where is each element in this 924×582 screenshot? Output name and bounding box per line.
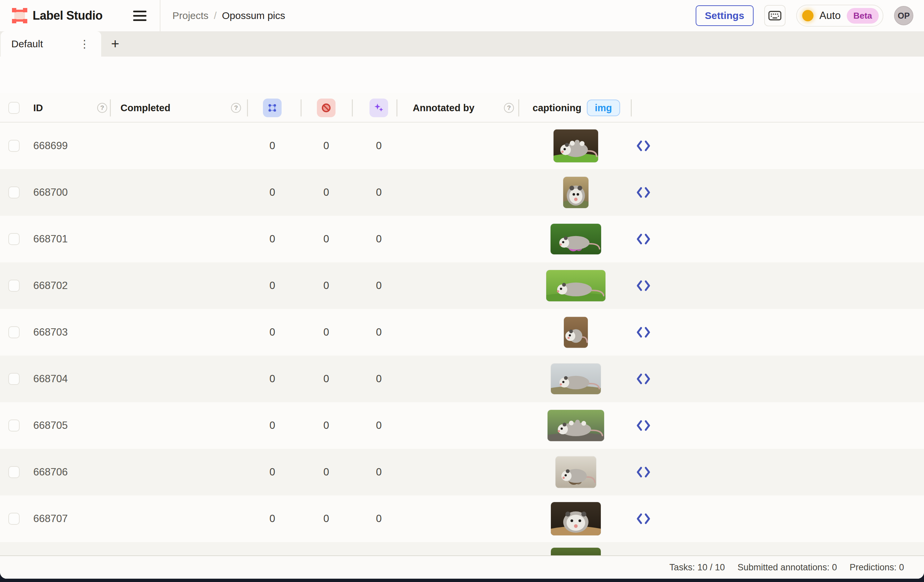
task-thumbnail[interactable]: [551, 502, 601, 536]
code-icon[interactable]: [636, 280, 651, 292]
predictions-count: 0: [369, 373, 389, 385]
column-header-annotated-by[interactable]: Annotated by: [413, 93, 474, 122]
add-tab-button[interactable]: +: [106, 31, 124, 56]
code-icon[interactable]: [636, 233, 651, 245]
breadcrumb-current-project: Opossum pics: [222, 10, 285, 21]
predictions-column-icon[interactable]: [370, 99, 388, 117]
task-thumbnail[interactable]: [546, 270, 606, 301]
annotations-count: 0: [262, 280, 282, 292]
keyboard-shortcuts-button[interactable]: [764, 5, 785, 26]
status-footer: Tasks: 10 / 10 Submitted annotations: 0 …: [0, 556, 924, 579]
header-right-group: Settings Auto Beta OP: [696, 0, 914, 31]
help-icon[interactable]: ?: [231, 103, 241, 113]
annotations-count: 0: [262, 140, 282, 152]
help-icon[interactable]: ?: [97, 103, 107, 113]
cancelled-count: 0: [316, 466, 336, 478]
column-divider: [518, 99, 519, 117]
code-icon[interactable]: [636, 373, 651, 385]
code-icon[interactable]: [636, 466, 651, 478]
tasks-count: Tasks: 10 / 10: [669, 562, 725, 573]
task-id: 668699: [33, 140, 68, 152]
row-checkbox[interactable]: [8, 513, 20, 525]
table-row[interactable]: 668703 0 0 0: [0, 309, 924, 355]
cancelled-count: 0: [316, 420, 336, 432]
breadcrumb-projects[interactable]: Projects: [172, 10, 208, 21]
column-header-completed[interactable]: Completed: [120, 93, 170, 122]
prohibition-icon: [321, 103, 331, 113]
cancelled-column-icon[interactable]: [317, 99, 335, 117]
task-thumbnail[interactable]: [551, 548, 601, 556]
row-checkbox[interactable]: [8, 326, 20, 338]
cancelled-count: 0: [316, 187, 336, 198]
task-thumbnail[interactable]: [556, 456, 596, 488]
annotations-count: 0: [262, 466, 282, 478]
menu-icon[interactable]: [133, 9, 147, 22]
table-row[interactable]: 668701 0 0 0: [0, 216, 924, 262]
row-checkbox[interactable]: [8, 373, 20, 385]
table-row-partial[interactable]: [0, 542, 924, 556]
settings-button[interactable]: Settings: [696, 5, 754, 26]
task-id: 668707: [33, 513, 68, 525]
table-row[interactable]: 668707 0 0 0: [0, 496, 924, 542]
cancelled-count: 0: [316, 233, 336, 245]
table-row[interactable]: 668702 0 0 0: [0, 262, 924, 309]
row-checkbox[interactable]: [8, 280, 20, 292]
annotations-count: 0: [262, 373, 282, 385]
column-divider: [631, 99, 632, 117]
column-header-id[interactable]: ID: [33, 93, 43, 122]
select-all-checkbox[interactable]: [8, 102, 20, 114]
auto-mode-toggle[interactable]: Auto Beta: [796, 5, 883, 26]
row-checkbox[interactable]: [8, 140, 20, 152]
annotations-column-icon[interactable]: [263, 99, 282, 117]
cancelled-count: 0: [316, 373, 336, 385]
annotations-count: 0: [262, 326, 282, 338]
task-thumbnail[interactable]: [551, 224, 601, 255]
code-icon[interactable]: [636, 326, 651, 338]
code-icon[interactable]: [636, 513, 651, 525]
row-checkbox[interactable]: [8, 233, 20, 245]
code-icon[interactable]: [636, 420, 651, 432]
tab-kebab-icon[interactable]: ⋮: [79, 39, 90, 49]
table-row[interactable]: 668706 0 0 0: [0, 449, 924, 496]
column-divider: [300, 99, 302, 117]
task-id: 668706: [33, 466, 68, 478]
beta-badge: Beta: [847, 8, 879, 24]
predictions-count: 0: [369, 187, 389, 198]
breadcrumb-separator: /: [214, 10, 216, 21]
table-row[interactable]: 668704 0 0 0: [0, 355, 924, 402]
code-icon[interactable]: [636, 140, 651, 152]
task-rows: 668699 0 0 0 668700 0 0 0: [0, 122, 924, 556]
annotations-count: 0: [262, 420, 282, 432]
task-thumbnail[interactable]: [551, 364, 601, 394]
table-row[interactable]: 668700 0 0 0: [0, 169, 924, 216]
tab-strip: Default ⋮ +: [0, 31, 924, 56]
task-thumbnail[interactable]: [548, 410, 604, 441]
img-type-badge: img: [587, 99, 620, 116]
row-checkbox[interactable]: [8, 187, 20, 198]
app-window: Label Studio Projects / Opossum pics Set…: [0, 0, 924, 579]
tab-default[interactable]: Default ⋮: [1, 31, 101, 56]
predictions-count: 0: [369, 326, 389, 338]
code-icon[interactable]: [636, 187, 651, 198]
bounding-box-icon: [267, 103, 277, 113]
annotations-count: 0: [262, 233, 282, 245]
column-header-captioning[interactable]: captioning: [533, 93, 581, 122]
row-checkbox[interactable]: [8, 420, 20, 432]
help-icon[interactable]: ?: [504, 103, 514, 113]
column-divider: [352, 99, 353, 117]
task-id: 668705: [33, 420, 68, 432]
task-id: 668703: [33, 326, 68, 338]
task-id: 668704: [33, 373, 68, 385]
task-thumbnail[interactable]: [564, 317, 588, 348]
keyboard-icon: [768, 9, 782, 23]
sparkles-icon: [373, 103, 384, 113]
table-row[interactable]: 668705 0 0 0: [0, 402, 924, 449]
task-thumbnail[interactable]: [554, 129, 598, 162]
table-row[interactable]: 668699 0 0 0: [0, 122, 924, 169]
predictions-count: 0: [369, 466, 389, 478]
row-checkbox[interactable]: [8, 466, 20, 478]
user-avatar[interactable]: OP: [894, 6, 913, 25]
task-thumbnail[interactable]: [563, 177, 589, 208]
submitted-annotations-count: Submitted annotations: 0: [738, 562, 837, 573]
predictions-count: 0: [369, 140, 389, 152]
